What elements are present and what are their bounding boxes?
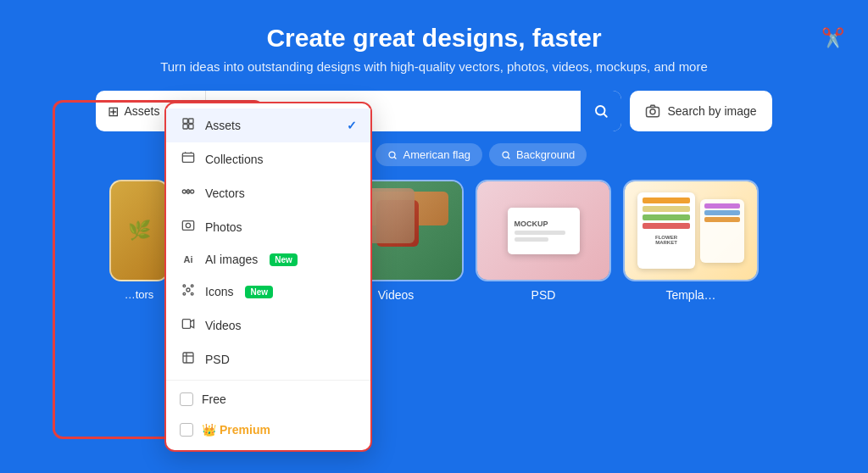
pill-american-flag[interactable]: American flag bbox=[376, 143, 481, 166]
premium-checkbox[interactable] bbox=[180, 423, 193, 437]
svg-rect-12 bbox=[183, 125, 187, 129]
search-bar-row: ⊞ Assets ▲ Search by image bbox=[17, 91, 851, 131]
dropdown-divider bbox=[166, 380, 370, 381]
dropdown-selected-label: Assets bbox=[124, 104, 159, 118]
ai-images-badge: New bbox=[270, 253, 298, 266]
search-by-image-label: Search by image bbox=[667, 104, 756, 118]
crown-icon: 👑 bbox=[202, 423, 216, 437]
category-card-psd[interactable]: MOCKUP ✂️ PSD bbox=[476, 180, 611, 302]
videos-menu-icon bbox=[180, 317, 197, 334]
svg-point-21 bbox=[183, 285, 186, 287]
svg-point-20 bbox=[186, 288, 190, 292]
dropdown-premium-label: 👑 Premium bbox=[202, 423, 270, 437]
dropdown-item-premium[interactable]: 👑 Premium bbox=[166, 415, 370, 445]
assets-menu-icon bbox=[180, 117, 197, 134]
dropdown-collections-label: Collections bbox=[205, 153, 263, 166]
vectors-menu-icon bbox=[180, 185, 197, 202]
category-card-templates[interactable]: FLOWERMARKET Templa… bbox=[623, 180, 759, 302]
svg-rect-13 bbox=[189, 125, 193, 129]
asset-type-dropdown-menu: Assets ✓ Collections Vectors Photos Ai A… bbox=[164, 102, 372, 452]
category-card-partial[interactable]: 🌿 …tors bbox=[109, 180, 169, 302]
svg-point-3 bbox=[650, 109, 655, 114]
dropdown-assets-label: Assets bbox=[205, 119, 241, 132]
search-button[interactable] bbox=[581, 91, 621, 131]
dropdown-item-videos[interactable]: Videos bbox=[166, 309, 370, 342]
dropdown-item-photos[interactable]: Photos bbox=[166, 210, 370, 244]
hero-title: Create great designs, faster bbox=[17, 24, 851, 53]
svg-point-24 bbox=[191, 292, 193, 295]
svg-line-9 bbox=[508, 157, 509, 159]
pill-search-icon-3 bbox=[501, 150, 511, 160]
suggestion-pills: Snowman American flag Background bbox=[17, 143, 851, 166]
hero-subtitle: Turn ideas into outstanding designs with… bbox=[17, 59, 851, 74]
dropdown-item-psd[interactable]: PSD bbox=[166, 342, 370, 376]
ai-images-menu-icon: Ai bbox=[180, 254, 197, 264]
dropdown-ai-images-label: AI images bbox=[205, 253, 258, 266]
dropdown-vectors-label: Vectors bbox=[205, 186, 245, 200]
photos-menu-icon bbox=[180, 219, 197, 236]
svg-rect-18 bbox=[182, 221, 193, 231]
svg-line-7 bbox=[395, 157, 397, 159]
dropdown-item-vectors[interactable]: Vectors bbox=[166, 176, 370, 210]
search-by-image-button[interactable]: Search by image bbox=[630, 91, 771, 131]
dropdown-item-icons[interactable]: Icons New bbox=[166, 275, 370, 309]
dropdown-psd-label: PSD bbox=[205, 353, 230, 366]
dropdown-icons-label: Icons bbox=[205, 285, 233, 298]
icons-menu-icon bbox=[180, 283, 197, 300]
pill-american-flag-label: American flag bbox=[403, 148, 470, 161]
partial-card-label: …tors bbox=[125, 288, 154, 301]
dropdown-videos-label: Videos bbox=[205, 319, 242, 332]
dropdown-item-free[interactable]: Free bbox=[166, 384, 370, 415]
free-checkbox[interactable] bbox=[180, 392, 193, 406]
dropdown-check-icon: ✓ bbox=[347, 119, 357, 132]
svg-rect-11 bbox=[189, 119, 193, 123]
dropdown-item-ai-images[interactable]: Ai AI images New bbox=[166, 244, 370, 275]
hero-section: Create great designs, faster Turn ideas … bbox=[0, 0, 868, 319]
psd-menu-icon bbox=[180, 351, 197, 368]
icons-badge: New bbox=[245, 286, 273, 298]
pill-background[interactable]: Background bbox=[489, 143, 587, 166]
dropdown-item-collections[interactable]: Collections bbox=[166, 142, 370, 176]
videos-card-label: Videos bbox=[378, 288, 415, 302]
dropdown-photos-label: Photos bbox=[205, 220, 242, 234]
svg-rect-14 bbox=[182, 153, 193, 163]
svg-point-22 bbox=[191, 285, 193, 287]
categories-row: 🌿 …tors Photos bbox=[17, 180, 851, 302]
svg-rect-10 bbox=[183, 119, 187, 123]
svg-point-19 bbox=[186, 223, 190, 227]
dropdown-free-label: Free bbox=[202, 392, 226, 406]
assets-icon: ⊞ bbox=[108, 103, 119, 120]
dropdown-item-assets[interactable]: Assets ✓ bbox=[166, 109, 370, 142]
collections-menu-icon bbox=[180, 151, 197, 168]
svg-line-1 bbox=[604, 114, 607, 116]
svg-rect-25 bbox=[182, 320, 190, 329]
templates-card-label: Templa… bbox=[665, 288, 715, 302]
svg-point-23 bbox=[183, 292, 186, 295]
search-icon bbox=[593, 103, 609, 119]
camera-icon bbox=[645, 103, 660, 119]
pill-background-label: Background bbox=[516, 148, 575, 161]
svg-rect-26 bbox=[183, 353, 193, 363]
pill-search-icon-2 bbox=[387, 150, 398, 160]
psd-card-label: PSD bbox=[531, 288, 556, 302]
